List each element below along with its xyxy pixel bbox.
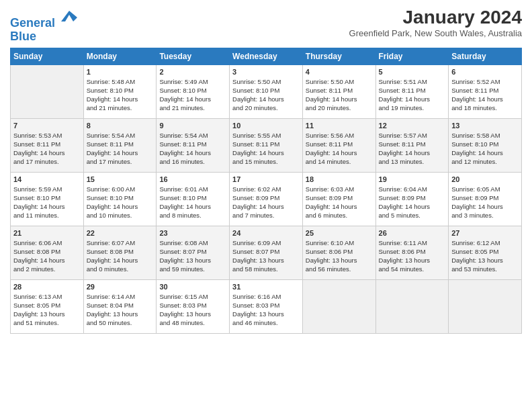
day-info-line: Sunrise: 5:51 AM xyxy=(379,77,446,86)
day-info-line: Daylight: 13 hours xyxy=(306,256,373,265)
day-info-line: Daylight: 14 hours xyxy=(159,148,226,157)
day-info-line: Sunrise: 6:14 AM xyxy=(87,292,154,301)
day-info-line: Sunset: 8:10 PM xyxy=(451,140,519,148)
day-cell: 14Sunrise: 5:59 AMSunset: 8:10 PMDayligh… xyxy=(11,172,84,226)
day-info-line: Daylight: 14 hours xyxy=(87,148,154,157)
day-info-line: Daylight: 14 hours xyxy=(13,256,81,265)
day-info-line: Daylight: 14 hours xyxy=(306,202,373,211)
day-info-line: Daylight: 14 hours xyxy=(87,202,154,211)
day-info-line: Daylight: 14 hours xyxy=(379,148,446,157)
day-number: 15 xyxy=(87,175,154,183)
day-cell: 9Sunrise: 5:54 AMSunset: 8:11 PMDaylight… xyxy=(157,118,230,172)
day-info-line: Sunset: 8:09 PM xyxy=(232,193,300,202)
day-info-line: Daylight: 13 hours xyxy=(87,310,154,318)
day-info-line: and 17 minutes. xyxy=(13,157,81,166)
day-info-line: Daylight: 14 hours xyxy=(379,202,446,211)
day-info-line: and 16 minutes. xyxy=(159,157,226,166)
day-number: 1 xyxy=(87,68,154,76)
day-info-line: Sunrise: 6:15 AM xyxy=(159,292,226,301)
day-number: 17 xyxy=(232,175,300,183)
day-info-line: and 59 minutes. xyxy=(159,265,226,273)
day-number: 12 xyxy=(379,122,446,130)
day-cell: 12Sunrise: 5:57 AMSunset: 8:11 PMDayligh… xyxy=(375,118,449,172)
day-info-line: Sunrise: 5:52 AM xyxy=(451,77,519,86)
day-number: 29 xyxy=(87,283,154,291)
day-number: 14 xyxy=(13,175,81,183)
day-number: 11 xyxy=(306,122,373,130)
day-info-line: Sunrise: 6:04 AM xyxy=(379,185,446,193)
weekday-header-row: SundayMondayTuesdayWednesdayThursdayFrid… xyxy=(11,48,522,64)
day-info-line: Sunset: 8:04 PM xyxy=(87,301,154,310)
day-info-line: Daylight: 13 hours xyxy=(232,256,300,265)
weekday-thursday: Thursday xyxy=(302,48,375,64)
day-info-line: Daylight: 13 hours xyxy=(232,310,300,318)
day-info-line: Sunset: 8:11 PM xyxy=(232,140,300,148)
logo-icon xyxy=(60,8,79,27)
day-number: 7 xyxy=(13,122,81,130)
day-info-line: and 51 minutes. xyxy=(13,318,81,327)
day-info-line: Sunrise: 6:07 AM xyxy=(87,238,154,247)
day-number: 9 xyxy=(159,122,226,130)
week-row-5: 28Sunrise: 6:13 AMSunset: 8:05 PMDayligh… xyxy=(11,279,522,333)
day-info-line: Sunrise: 6:01 AM xyxy=(159,185,226,193)
day-info-line: Sunset: 8:10 PM xyxy=(13,193,81,202)
day-info-line: Sunset: 8:07 PM xyxy=(159,247,226,256)
day-info-line: Sunset: 8:09 PM xyxy=(379,193,446,202)
day-number: 4 xyxy=(306,68,373,76)
weekday-wednesday: Wednesday xyxy=(230,48,303,64)
day-cell: 6Sunrise: 5:52 AMSunset: 8:11 PMDaylight… xyxy=(449,64,522,118)
day-info-line: and 10 minutes. xyxy=(87,211,154,220)
weekday-sunday: Sunday xyxy=(11,48,84,64)
day-number: 27 xyxy=(451,229,519,237)
day-info-line: Sunset: 8:03 PM xyxy=(232,301,300,310)
day-info-line: Sunset: 8:11 PM xyxy=(87,140,154,148)
day-cell xyxy=(11,64,84,118)
day-info-line: Daylight: 13 hours xyxy=(13,310,81,318)
day-cell: 17Sunrise: 6:02 AMSunset: 8:09 PMDayligh… xyxy=(230,172,303,226)
day-info-line: Sunrise: 6:09 AM xyxy=(232,238,300,247)
weekday-monday: Monday xyxy=(83,48,157,64)
day-info-line: and 8 minutes. xyxy=(159,211,226,220)
day-number: 21 xyxy=(13,229,81,237)
day-info-line: Sunset: 8:10 PM xyxy=(159,193,226,202)
day-info-line: Sunrise: 6:12 AM xyxy=(451,238,519,247)
day-info-line: and 56 minutes. xyxy=(306,265,373,273)
day-number: 30 xyxy=(159,283,226,291)
day-cell: 4Sunrise: 5:50 AMSunset: 8:11 PMDaylight… xyxy=(302,64,375,118)
day-info-line: Sunset: 8:11 PM xyxy=(451,86,519,95)
logo-general: General xyxy=(10,16,55,30)
day-info-line: Sunrise: 6:06 AM xyxy=(13,238,81,247)
day-info-line: Daylight: 14 hours xyxy=(87,256,154,265)
page: General Blue January 2024 Greenfield Par… xyxy=(0,0,532,411)
day-info-line: and 14 minutes. xyxy=(306,157,373,166)
day-number: 10 xyxy=(232,122,300,130)
day-cell: 10Sunrise: 5:55 AMSunset: 8:11 PMDayligh… xyxy=(230,118,303,172)
day-info-line: Sunrise: 6:11 AM xyxy=(379,238,446,247)
day-info-line: Daylight: 14 hours xyxy=(232,95,300,103)
day-info-line: Sunrise: 6:02 AM xyxy=(232,185,300,193)
logo: General Blue xyxy=(10,9,79,44)
day-info-line: Sunrise: 6:00 AM xyxy=(87,185,154,193)
day-info-line: Sunset: 8:11 PM xyxy=(379,86,446,95)
day-cell: 2Sunrise: 5:49 AMSunset: 8:10 PMDaylight… xyxy=(157,64,230,118)
day-info-line: Sunset: 8:10 PM xyxy=(232,86,300,95)
day-number: 3 xyxy=(232,68,300,76)
day-info-line: and 54 minutes. xyxy=(379,265,446,273)
day-cell xyxy=(302,279,375,333)
day-cell: 28Sunrise: 6:13 AMSunset: 8:05 PMDayligh… xyxy=(11,279,84,333)
week-row-3: 14Sunrise: 5:59 AMSunset: 8:10 PMDayligh… xyxy=(11,172,522,226)
day-info-line: Daylight: 14 hours xyxy=(159,95,226,103)
calendar-table: SundayMondayTuesdayWednesdayThursdayFrid… xyxy=(10,48,522,334)
day-cell: 29Sunrise: 6:14 AMSunset: 8:04 PMDayligh… xyxy=(83,279,157,333)
day-info-line: Daylight: 14 hours xyxy=(451,95,519,103)
logo-blue: Blue xyxy=(10,30,79,44)
day-info-line: Sunrise: 6:08 AM xyxy=(159,238,226,247)
day-info-line: Sunset: 8:11 PM xyxy=(306,140,373,148)
day-cell: 21Sunrise: 6:06 AMSunset: 8:08 PMDayligh… xyxy=(11,226,84,279)
week-row-1: 1Sunrise: 5:48 AMSunset: 8:10 PMDaylight… xyxy=(11,64,522,118)
day-info-line: and 21 minutes. xyxy=(159,103,226,112)
day-info-line: Sunset: 8:10 PM xyxy=(159,86,226,95)
day-info-line: Daylight: 13 hours xyxy=(379,256,446,265)
day-info-line: Sunrise: 6:10 AM xyxy=(306,238,373,247)
day-info-line: and 11 minutes. xyxy=(13,211,81,220)
